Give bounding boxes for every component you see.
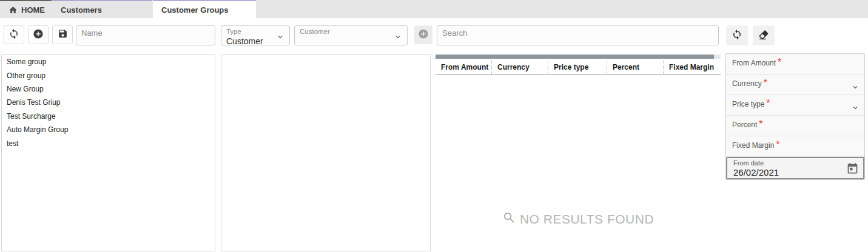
from-date-field[interactable]: From date <box>726 157 864 179</box>
add-circle-icon <box>33 28 44 42</box>
grid-column-label: Fixed Margin <box>669 63 714 71</box>
type-select-value: Customer <box>226 36 263 45</box>
clear-filters-button[interactable] <box>753 25 775 45</box>
form-field[interactable]: Percent* <box>726 116 864 136</box>
save-button[interactable] <box>52 25 73 44</box>
sync-icon <box>732 29 742 42</box>
magnifier-icon <box>502 211 516 228</box>
margins-grid: From Amount Currency Price type Percent … <box>436 55 721 252</box>
tab-home[interactable]: HOME <box>0 0 52 18</box>
type-select[interactable]: Type Customer <box>221 25 290 45</box>
group-list: Some group Other group New Group Denis T… <box>1 55 215 251</box>
form-field[interactable]: Price type* <box>726 95 864 116</box>
form-field[interactable]: Currency* <box>726 75 864 95</box>
required-asterisk: * <box>778 57 781 67</box>
group-list-item[interactable]: Denis Test Griup <box>2 96 215 109</box>
search-filter-field <box>437 25 719 45</box>
tab-bar: HOME Customers Customer Groups <box>0 0 868 18</box>
group-list-item[interactable]: Test Surcharge <box>2 110 215 123</box>
chevron-down-icon <box>851 104 860 114</box>
group-name: Auto Margin Group <box>7 125 68 134</box>
refresh-grid-button[interactable] <box>726 25 748 45</box>
group-name: Other group <box>7 71 45 80</box>
grid-empty-message: NO RESULTS FOUND <box>520 212 654 227</box>
customer-select-label: Customer <box>300 27 402 36</box>
group-name: Denis Test Griup <box>7 98 60 107</box>
group-list-item[interactable]: New Group <box>2 82 215 96</box>
search-input[interactable] <box>442 28 713 38</box>
chevron-down-icon <box>851 83 860 94</box>
form-field[interactable]: From Amount* <box>726 54 864 75</box>
tab-customers[interactable]: Customers <box>52 0 152 18</box>
sync-icon <box>8 28 19 42</box>
margin-form-panel: From Amount* Currency* Price type* Perce… <box>725 53 865 180</box>
home-icon <box>8 5 18 15</box>
grid-header-row: From Amount Currency Price type Percent … <box>436 61 721 75</box>
chevron-down-icon <box>394 33 402 44</box>
grid-empty-state: NO RESULTS FOUND <box>436 211 721 228</box>
add-circle-icon <box>418 28 429 42</box>
form-field-label: From Amount <box>732 59 776 67</box>
tab-home-label: HOME <box>21 5 45 15</box>
group-list-item[interactable]: Some group <box>2 55 215 68</box>
grid-column-header[interactable]: From Amount <box>436 61 491 74</box>
grid-column-label: From Amount <box>441 63 488 71</box>
toolbar: Type Customer Customer <box>0 18 868 53</box>
required-asterisk: * <box>759 119 762 129</box>
grid-column-label: Price type <box>554 63 588 71</box>
eraser-icon <box>758 29 769 42</box>
grid-column-header[interactable]: Price type <box>548 61 607 74</box>
grid-column-label: Percent <box>613 63 639 71</box>
calendar-icon[interactable] <box>846 162 859 177</box>
add-group-button[interactable] <box>28 25 49 44</box>
form-field-label: Fixed Margin <box>732 141 774 150</box>
group-name: Test Surcharge <box>7 112 56 121</box>
form-field-label: Percent <box>732 121 757 129</box>
required-asterisk: * <box>776 139 779 150</box>
grid-column-header[interactable]: Percent <box>607 61 663 74</box>
required-asterisk: * <box>764 78 767 88</box>
name-filter-field <box>76 25 215 45</box>
grid-column-header[interactable]: Currency <box>491 61 548 74</box>
chevron-down-icon <box>276 33 284 44</box>
form-field[interactable]: Fixed Margin* <box>726 136 864 157</box>
group-name: New Group <box>7 85 44 93</box>
group-members-panel[interactable] <box>221 55 431 251</box>
refresh-button[interactable] <box>4 25 24 44</box>
grid-horizontal-scrollbar[interactable] <box>436 55 721 59</box>
tab-customer-groups[interactable]: Customer Groups <box>153 0 256 18</box>
grid-column-label: Currency <box>497 63 530 71</box>
add-customer-button[interactable] <box>414 25 432 44</box>
group-list-item[interactable]: Other group <box>2 68 215 82</box>
group-list-item[interactable]: Auto Margin Group <box>2 123 215 136</box>
floppy-save-icon <box>58 28 68 41</box>
tab-customer-groups-label: Customer Groups <box>161 5 229 15</box>
group-name: test <box>7 139 18 148</box>
group-list-item[interactable]: test <box>2 136 215 150</box>
from-date-label: From date <box>733 159 857 167</box>
required-asterisk: * <box>766 98 770 108</box>
customer-groups-page: HOME Customers Customer Groups <box>0 0 868 252</box>
grid-column-header[interactable]: Fixed Margin <box>663 61 721 74</box>
name-filter-input[interactable] <box>81 28 210 38</box>
customer-select[interactable]: Customer <box>294 25 408 45</box>
from-date-input[interactable] <box>733 167 824 177</box>
scrollbar-thumb[interactable] <box>436 55 714 59</box>
form-field-label: Currency <box>732 79 762 88</box>
tab-customers-label: Customers <box>61 5 102 15</box>
form-field-label: Price type <box>732 100 764 108</box>
group-name: Some group <box>7 58 46 66</box>
